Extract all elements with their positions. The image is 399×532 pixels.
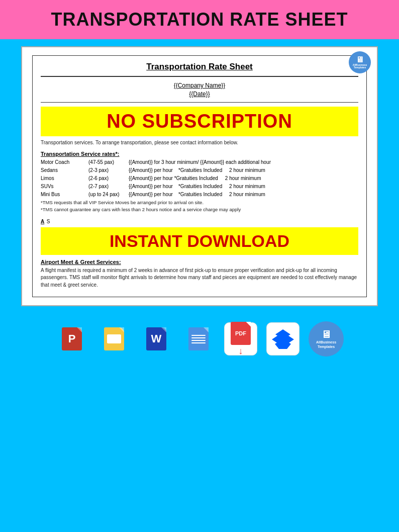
rate-amount: {{Amount}} per hour *Gratuities Included… <box>129 167 358 174</box>
instant-download-banner: INSTANT DOWNLOAD <box>41 227 358 255</box>
rate-row: Sedans (2-3 pax) {{Amount}} per hour *Gr… <box>41 167 358 174</box>
gslides-box <box>104 327 124 350</box>
airport-heading: Airport Meet & Greet Services: <box>41 259 358 265</box>
ppt-letter: P <box>68 332 76 345</box>
pdf-label: PDF <box>235 330 246 336</box>
rate-row: Motor Coach (47-55 pax) {{Amount}} for 3… <box>41 159 358 166</box>
rate-row: Limos (2-6 pax) {{Amount}} per hour *Gra… <box>41 175 358 182</box>
powerpoint-icon[interactable]: P <box>55 322 88 356</box>
rate-pax: (up to 24 pax) <box>88 191 129 198</box>
dropbox-icon[interactable] <box>266 322 300 356</box>
rate-amount: {{Amount}} per hour *Gratuities Included… <box>129 175 358 182</box>
word-box: W <box>146 327 166 350</box>
airport-section: Airport Meet & Greet Services: A flight … <box>41 259 358 289</box>
pdf-box: PDF <box>231 322 251 345</box>
document-title-section: Transportation Rate Sheet <box>41 62 358 77</box>
allbiz-logo-top: 🖥 AllBusinessTemplates <box>349 51 371 73</box>
allbiz-bottom-icon[interactable]: 🖥 AllBusinessTemplates <box>309 321 344 357</box>
rate-name: SUVs <box>41 183 88 190</box>
dropbox-svg <box>271 327 294 350</box>
gslides-rect <box>107 334 121 343</box>
rate-row: SUVs (2-7 pax) {{Amount}} per hour *Grat… <box>41 183 358 190</box>
allbiz-monitor-icon: 🖥 <box>321 329 331 340</box>
bottom-toolbar: P W PDF ↓ <box>0 313 399 364</box>
rate-pax: (2-6 pax) <box>88 175 129 182</box>
rate-amount: {{Amount}} per hour *Gratuities Included… <box>129 191 358 198</box>
ppt-box: P <box>62 327 82 350</box>
rate-pax: (2-3 pax) <box>88 167 129 174</box>
footnote-1: *TMS requests that all VIP Service Moves… <box>41 200 358 205</box>
rate-amount: {{Amount}} for 3 hour minimum/ {{Amount}… <box>129 159 358 166</box>
gslides-icon[interactable] <box>97 322 131 356</box>
document-title: Transportation Rate Sheet <box>41 62 358 72</box>
pdf-inner: PDF ↓ <box>231 322 251 357</box>
airport-text: A flight manifest is required a minimum … <box>41 267 358 289</box>
pdf-icon[interactable]: PDF ↓ <box>224 322 257 356</box>
dropbox-inner <box>271 327 294 350</box>
rate-row: Mini Bus (up to 24 pax) {{Amount}} per h… <box>41 191 358 198</box>
additional-heading: A <box>41 219 44 224</box>
additional-section: A S <box>41 216 358 225</box>
rate-amount: {{Amount}} per hour *Gratuities Included… <box>129 183 358 190</box>
company-placeholder: {{Company Name}} <box>41 82 358 89</box>
rate-pax: (2-7 pax) <box>88 183 129 190</box>
rate-pax: (47-55 pax) <box>88 159 129 166</box>
intro-text: Transportation services. To arrange tran… <box>41 139 358 147</box>
allbiz-bottom-label: AllBusinessTemplates <box>316 340 336 349</box>
rate-name: Motor Coach <box>41 159 88 166</box>
no-subscription-banner: NO SUBSCRIPTION <box>41 107 358 136</box>
footnote-2: *TMS cannot guarantee any cars with less… <box>41 207 358 212</box>
company-date-section: {{Company Name}} {{Date}} <box>41 82 358 103</box>
gdocs-icon[interactable] <box>182 322 215 356</box>
additional-blurb: S <box>47 219 50 224</box>
page-title: TRANSPORTATION RATE SHEET <box>5 9 394 30</box>
allbiz-logo-label: AllBusinessTemplates <box>353 64 367 69</box>
word-letter: W <box>151 332 162 345</box>
document-container: 🖥 AllBusinessTemplates Transportation Ra… <box>21 46 378 306</box>
word-icon[interactable]: W <box>140 322 173 356</box>
rate-name: Sedans <box>41 167 88 174</box>
document-inner: Transportation Rate Sheet {{Company Name… <box>32 55 367 297</box>
monitor-icon: 🖥 <box>356 56 364 64</box>
top-banner: TRANSPORTATION RATE SHEET <box>0 0 399 39</box>
pdf-arrow-icon: ↓ <box>239 346 243 357</box>
rate-name: Limos <box>41 175 88 182</box>
rate-name: Mini Bus <box>41 191 88 198</box>
services-heading: Transportation Service rates*: <box>41 151 358 157</box>
date-placeholder: {{Date}} <box>41 91 358 98</box>
gdocs-box <box>188 327 209 350</box>
